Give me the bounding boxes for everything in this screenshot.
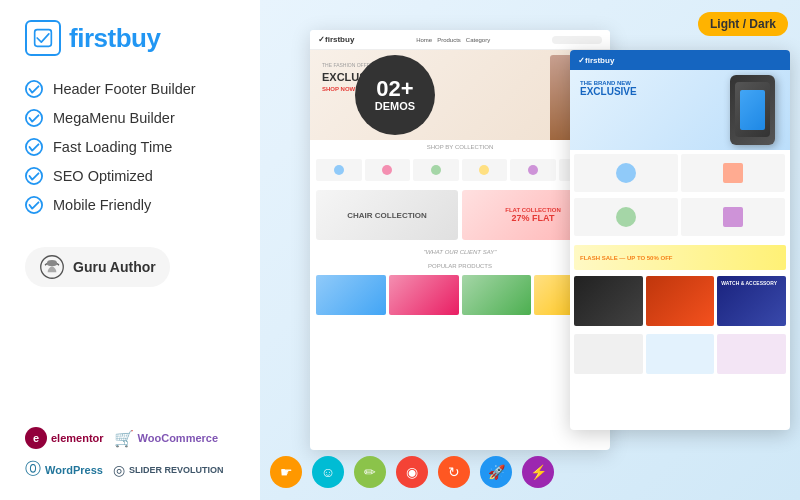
mockup-search-bar bbox=[552, 36, 602, 44]
mockup-header: ✓firstbuy Home Products Category bbox=[310, 30, 610, 50]
woo-text: WooCommerce bbox=[138, 432, 218, 444]
mockup-categories bbox=[310, 154, 610, 186]
product-thumb bbox=[462, 275, 532, 315]
wp-text: WordPress bbox=[45, 464, 103, 476]
mockup-products-row bbox=[310, 272, 610, 318]
accessory-thumb bbox=[646, 276, 715, 326]
mockup-sec-hero: THE BRAND NEW EXCLUSIVE bbox=[570, 70, 790, 150]
feature-item: Header Footer Builder bbox=[25, 80, 245, 98]
icon-hand[interactable]: ☛ bbox=[270, 456, 302, 488]
sec-product bbox=[574, 198, 678, 236]
phone-shape bbox=[730, 75, 775, 145]
category-item bbox=[413, 159, 459, 181]
feature-label: Fast Loading Time bbox=[53, 139, 172, 155]
check-icon bbox=[25, 167, 43, 185]
prod-icon bbox=[616, 207, 636, 227]
woocommerce-logo: 🛒 WooCommerce bbox=[114, 429, 218, 448]
category-item bbox=[365, 159, 411, 181]
platform-row: e elementor 🛒 WooCommerce ⓪ WordPress ◎ … bbox=[25, 427, 245, 480]
guru-author: Guru Author bbox=[25, 247, 170, 287]
feature-item: Fast Loading Time bbox=[25, 138, 245, 156]
icon-refresh[interactable]: ↻ bbox=[438, 456, 470, 488]
icon-eye[interactable]: ◉ bbox=[396, 456, 428, 488]
accessory-thumb bbox=[574, 276, 643, 326]
check-icon bbox=[25, 80, 43, 98]
bottom-item bbox=[646, 334, 715, 374]
feature-item: SEO Optimized bbox=[25, 167, 245, 185]
svg-point-2 bbox=[26, 110, 42, 126]
demos-label: DEMOS bbox=[375, 100, 415, 112]
mockup-sec-products bbox=[570, 150, 790, 243]
category-item bbox=[462, 159, 508, 181]
logo-text: firstbuy bbox=[69, 23, 160, 54]
accessory-thumb: WATCH & ACCESSORY bbox=[717, 276, 786, 326]
category-item bbox=[316, 159, 362, 181]
logo-area: firstbuy bbox=[25, 20, 245, 56]
category-item bbox=[510, 159, 556, 181]
feature-label: MegaMenu Builder bbox=[53, 110, 175, 126]
features-list: Header Footer Builder MegaMenu Builder F… bbox=[25, 80, 245, 225]
woo-icon: 🛒 bbox=[114, 429, 134, 448]
feature-label: Header Footer Builder bbox=[53, 81, 196, 97]
bottom-item bbox=[717, 334, 786, 374]
mockup-quote: "WHAT OUR CLIENT SAY" bbox=[310, 244, 610, 260]
elementor-logo: e elementor bbox=[25, 427, 104, 449]
prod-icon bbox=[616, 163, 636, 183]
logo-icon bbox=[25, 20, 61, 56]
mockup-sec-bottom bbox=[570, 330, 790, 378]
logo-buy: buy bbox=[116, 23, 161, 53]
bottom-icons: ☛ ☺ ✏ ◉ ↻ 🚀 ⚡ bbox=[270, 456, 554, 488]
left-panel: firstbuy Header Footer Builder MegaMenu … bbox=[0, 0, 270, 500]
icon-face[interactable]: ☺ bbox=[312, 456, 344, 488]
feature-item: Mobile Friendly bbox=[25, 196, 245, 214]
icon-pencil[interactable]: ✏ bbox=[354, 456, 386, 488]
check-icon bbox=[25, 196, 43, 214]
check-icon bbox=[25, 109, 43, 127]
right-panel: Light / Dark 02+ DEMOS ✓firstbuy Home Pr… bbox=[260, 0, 800, 500]
icon-share[interactable]: ⚡ bbox=[522, 456, 554, 488]
sec-product bbox=[681, 154, 785, 192]
prod-icon bbox=[723, 207, 743, 227]
slider-revolution-logo: ◎ SLIDER REVOLUTION bbox=[113, 462, 224, 478]
mockup-secondary: ✓firstbuy THE BRAND NEW EXCLUSIVE bbox=[570, 50, 790, 430]
guru-icon bbox=[39, 254, 65, 280]
feature-label: SEO Optimized bbox=[53, 168, 153, 184]
bottom-item bbox=[574, 334, 643, 374]
slider-icon: ◎ bbox=[113, 462, 125, 478]
icon-rocket[interactable]: 🚀 bbox=[480, 456, 512, 488]
product-thumb bbox=[389, 275, 459, 315]
slider-text: SLIDER REVOLUTION bbox=[129, 465, 224, 475]
mockup-sec-banner: FLASH SALE — UP TO 50% OFF bbox=[574, 245, 786, 270]
logo-first: first bbox=[69, 23, 116, 53]
mockup-sec-accessories: WATCH & ACCESSORY bbox=[570, 272, 790, 330]
elementor-icon: e bbox=[25, 427, 47, 449]
sec-product bbox=[574, 154, 678, 192]
feature-label: Mobile Friendly bbox=[53, 197, 151, 213]
feature-item: MegaMenu Builder bbox=[25, 109, 245, 127]
promo-block-1: CHAIR COLLECTION bbox=[316, 190, 458, 240]
shop-collection-label: SHOP BY COLLECTION bbox=[310, 140, 610, 154]
elementor-text: elementor bbox=[51, 432, 104, 444]
svg-point-1 bbox=[26, 81, 42, 97]
product-thumb bbox=[316, 275, 386, 315]
light-dark-badge[interactable]: Light / Dark bbox=[698, 12, 788, 36]
prod-icon bbox=[723, 163, 743, 183]
svg-point-5 bbox=[26, 197, 42, 213]
demo-count: 02+ bbox=[376, 78, 413, 100]
mockup-nav: Home Products Category bbox=[416, 37, 490, 43]
guru-author-label: Guru Author bbox=[73, 259, 156, 275]
wp-icon: ⓪ bbox=[25, 459, 41, 480]
check-icon bbox=[25, 138, 43, 156]
svg-point-3 bbox=[26, 139, 42, 155]
sec-product bbox=[681, 198, 785, 236]
mockup-sec-header: ✓firstbuy bbox=[570, 50, 790, 70]
svg-point-4 bbox=[26, 168, 42, 184]
popular-label: POPULAR PRODUCTS bbox=[310, 260, 610, 272]
demo-badge: 02+ DEMOS bbox=[355, 55, 435, 135]
wordpress-logo: ⓪ WordPress bbox=[25, 459, 103, 480]
